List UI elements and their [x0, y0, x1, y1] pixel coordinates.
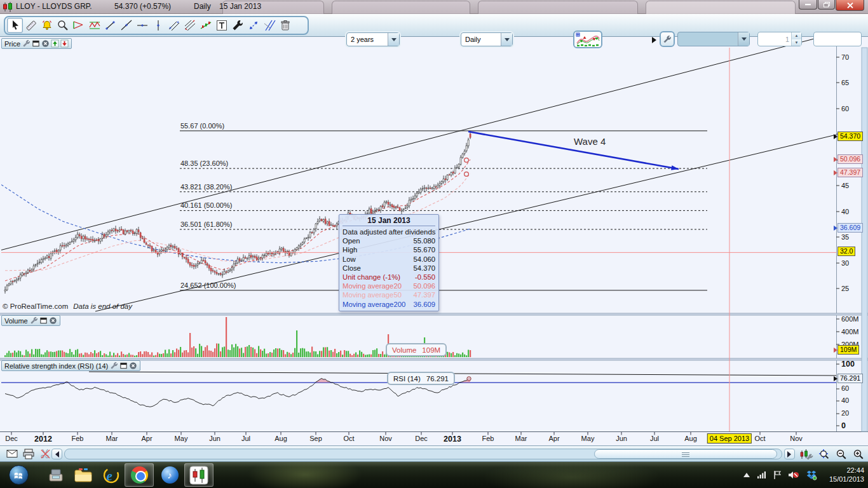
- close-icon[interactable]: [49, 316, 57, 325]
- window-title-timeframe: Daily: [194, 2, 211, 11]
- taskbar-app-windows-explorer[interactable]: [69, 463, 98, 487]
- chevron-down-icon: [738, 32, 749, 46]
- close-icon[interactable]: [41, 39, 50, 48]
- symbol-search-field[interactable]: [813, 32, 862, 46]
- tool-pattern-triangle[interactable]: [71, 18, 86, 33]
- scroll-up-icon[interactable]: [51, 39, 59, 48]
- window-title-date: 15 Jan 2013: [219, 2, 261, 11]
- range-select-value: 2 years: [347, 36, 388, 43]
- bars-spinner-value: 1: [758, 36, 791, 43]
- minimize-button[interactable]: [799, 0, 817, 10]
- alarm-icon: [41, 19, 53, 32]
- background-browser-tab: [332, 1, 470, 14]
- background-browser-tab: [478, 1, 638, 14]
- chart-settings-icon[interactable]: [799, 449, 813, 461]
- desktop: LLOY - LLOYDS GRP. 54.370 (+0.57%) Daily…: [0, 0, 868, 488]
- restore-button[interactable]: [818, 0, 835, 10]
- chart-style-button[interactable]: [573, 30, 602, 48]
- chevron-down-icon[interactable]: [501, 33, 512, 46]
- timeframe-select-value: Daily: [461, 36, 501, 43]
- window-icon[interactable]: [32, 39, 40, 48]
- tool-ruler[interactable]: [23, 18, 39, 33]
- tool-vertical-line[interactable]: [150, 18, 166, 33]
- scroll-left-button[interactable]: [51, 449, 62, 459]
- zoom-out-icon[interactable]: [835, 449, 848, 461]
- ruler-icon: [25, 19, 37, 32]
- tool-regression-channel[interactable]: [198, 18, 214, 33]
- scroll-right-button[interactable]: [784, 449, 795, 459]
- drawing-toolbar: 2 years Daily 1 ▲▼: [0, 14, 868, 37]
- bars-spinner[interactable]: 1 ▲▼: [757, 32, 802, 46]
- volume-panel-header[interactable]: Volume: [1, 315, 60, 326]
- spinner-arrows[interactable]: ▲▼: [791, 32, 801, 46]
- tool-text[interactable]: [214, 18, 229, 33]
- rsi-panel-header[interactable]: Relative strength index (RSI) (14): [1, 360, 140, 371]
- wrench-icon[interactable]: [22, 39, 31, 48]
- chevron-down-icon[interactable]: [388, 33, 399, 46]
- price-panel-header[interactable]: Price: [1, 38, 72, 49]
- pattern-range-icon: [88, 19, 101, 32]
- tool-trash[interactable]: [277, 18, 293, 33]
- text-icon: [215, 19, 228, 32]
- tray-volume-muted-icon[interactable]: [788, 470, 799, 480]
- segment-icon: [104, 19, 117, 32]
- tray-hidden-icons-icon[interactable]: [743, 472, 750, 478]
- tool-pattern-range[interactable]: [86, 18, 102, 33]
- print-icon[interactable]: [23, 449, 34, 459]
- scroll-down-icon[interactable]: [60, 39, 69, 48]
- time-scrollbar-thumb[interactable]: [594, 449, 777, 459]
- tray-action-center-flag-icon[interactable]: [773, 470, 782, 480]
- taskbar-app-fax-scan[interactable]: [41, 463, 70, 487]
- window-icon[interactable]: [119, 362, 128, 370]
- taskbar-app-itunes[interactable]: ♪: [155, 463, 184, 487]
- tool-cursor[interactable]: [7, 18, 23, 33]
- email-icon[interactable]: [6, 449, 18, 459]
- tray-network-signal-icon[interactable]: [757, 471, 766, 479]
- close-icon[interactable]: [129, 362, 137, 370]
- tool-zoom[interactable]: [55, 18, 71, 33]
- taskbar-app-chrome[interactable]: [125, 463, 154, 487]
- taskbar-app-start-menu[interactable]: [4, 463, 33, 487]
- tool-segment[interactable]: [102, 18, 118, 33]
- timeframe-select[interactable]: Daily: [461, 32, 513, 46]
- tool-horizontal-segment[interactable]: [134, 18, 150, 33]
- tool-parallel-channel[interactable]: [166, 18, 182, 33]
- settings-wrench-button[interactable]: [660, 31, 675, 47]
- clock-time: 22:44: [829, 466, 864, 475]
- volume-panel-title: Volume: [4, 317, 28, 325]
- tool-trendline[interactable]: [118, 18, 134, 33]
- tray-dropbox-icon[interactable]: [806, 470, 817, 480]
- panel-expander-icon[interactable]: [652, 37, 660, 43]
- window-icon[interactable]: [39, 316, 48, 325]
- taskbar-app-internet-explorer[interactable]: e: [97, 463, 126, 487]
- app-titlebar[interactable]: LLOY - LLOYDS GRP. 54.370 (+0.57%) Daily…: [0, 0, 868, 14]
- window-title-symbol: LLOY - LLOYDS GRP.: [16, 2, 92, 11]
- pan-zoom-icon[interactable]: [818, 449, 831, 461]
- tool-drawing-settings[interactable]: [229, 18, 245, 33]
- chart-background: [0, 37, 868, 445]
- tool-alarm[interactable]: [39, 18, 55, 33]
- taskbar-clock[interactable]: 22:44 15/01/2013: [829, 466, 864, 484]
- trash-icon: [279, 19, 292, 32]
- cut-icon[interactable]: [39, 449, 51, 459]
- range-select[interactable]: 2 years: [346, 32, 400, 46]
- drawing-tools-group: [4, 16, 309, 35]
- cursor-icon: [9, 19, 22, 32]
- indicator-select-disabled: [677, 32, 750, 46]
- price-panel-title: Price: [4, 40, 20, 48]
- pitchfork-icon: [184, 19, 196, 32]
- clock-date: 15/01/2013: [829, 475, 864, 484]
- rsi-panel-title: Relative strength index (RSI) (14): [4, 362, 108, 370]
- zoom-in-icon[interactable]: [852, 449, 865, 461]
- tool-crossed-lines[interactable]: [261, 18, 277, 33]
- chart-style-icon: [576, 32, 600, 46]
- wrench-icon[interactable]: [30, 316, 38, 325]
- tool-free-arrow[interactable]: [245, 18, 261, 33]
- free-arrow-icon: [247, 19, 260, 32]
- windows-taskbar: e♪ 22:44 15/01/2013: [0, 462, 868, 488]
- close-button[interactable]: [836, 0, 864, 11]
- tool-pitchfork[interactable]: [182, 18, 198, 33]
- time-scrollbar-track[interactable]: [64, 449, 782, 459]
- wrench-icon[interactable]: [110, 362, 118, 370]
- taskbar-app-prorealtime[interactable]: [184, 463, 214, 487]
